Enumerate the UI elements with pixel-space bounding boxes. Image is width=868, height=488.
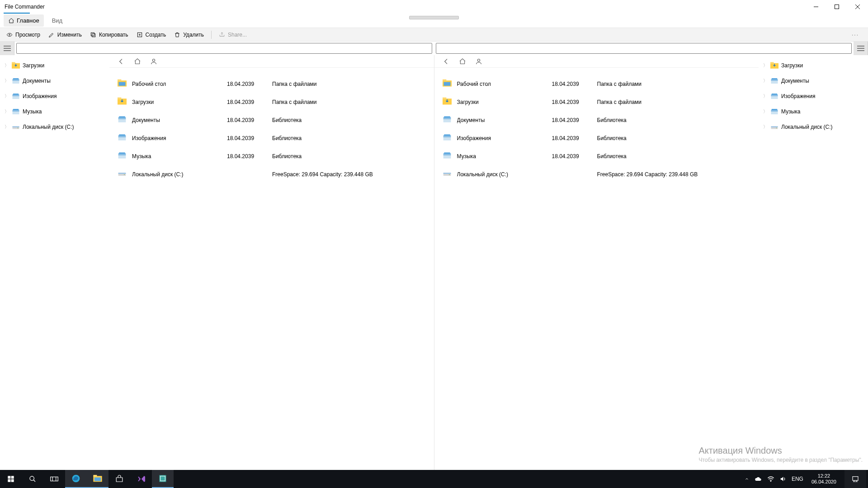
file-date: 18.04.2039 (552, 135, 597, 141)
home-icon[interactable] (133, 58, 142, 65)
share-button[interactable]: Share... (215, 30, 250, 40)
file-type: Папка с файлами (597, 99, 759, 105)
volume-icon[interactable] (780, 476, 786, 482)
file-name: Рабочий стол (457, 81, 552, 87)
chevron-right-icon: 〉 (5, 93, 9, 99)
file-name: Документы (132, 117, 227, 123)
tree-item-documents[interactable]: 〉Документы (759, 73, 868, 89)
taskview-icon[interactable] (43, 470, 65, 488)
tab-view[interactable]: Вид (47, 14, 67, 27)
file-date: 18.04.2039 (552, 81, 597, 87)
file-type: FreeSpace: 29.694 Capacity: 239.448 GB (272, 171, 434, 178)
splitter-grip[interactable] (409, 16, 459, 19)
svg-rect-35 (118, 98, 121, 99)
file-row[interactable]: Локальный диск (C:)FreeSpace: 29.694 Cap… (109, 165, 434, 183)
left-path-input[interactable] (16, 43, 432, 54)
tree-item-pictures[interactable]: 〉Изображения (759, 89, 868, 104)
file-icon (118, 169, 127, 179)
tree-item-downloads[interactable]: 〉Загрузки (0, 58, 109, 73)
start-button[interactable] (0, 470, 22, 488)
tree-item-music[interactable]: 〉Музыка (759, 104, 868, 119)
tree-item-localdisk[interactable]: 〉Локальный диск (C:) (0, 119, 109, 135)
app-icon[interactable] (152, 470, 174, 488)
tray-chevron-icon[interactable] (745, 477, 749, 481)
tab-main[interactable]: Главное (4, 14, 44, 27)
copy-button[interactable]: Копировать (86, 30, 132, 40)
taskbar-right: ENG 12:22 06.04.2020 (745, 470, 868, 488)
left-file-list[interactable]: Рабочий стол18.04.2039Папка с файламиЗаг… (109, 68, 434, 470)
svg-rect-83 (11, 479, 14, 482)
tree-item-music[interactable]: 〉Музыка (0, 104, 109, 119)
file-row[interactable]: Рабочий стол18.04.2039Папка с файлами (434, 75, 759, 93)
language-indicator[interactable]: ENG (792, 476, 803, 482)
right-pane: Рабочий стол18.04.2039Папка с файламиЗаг… (434, 55, 868, 470)
file-name: Локальный диск (C:) (132, 171, 227, 178)
close-button[interactable] (847, 0, 868, 14)
right-tree: 〉Загрузки〉Документы〉Изображения〉Музыка〉Л… (759, 55, 868, 470)
file-icon (118, 115, 127, 125)
tree-item-pictures[interactable]: 〉Изображения (0, 89, 109, 104)
svg-rect-96 (853, 477, 858, 481)
tree-item-documents[interactable]: 〉Документы (0, 73, 109, 89)
create-button[interactable]: Создать (133, 30, 170, 40)
file-type: Папка с файлами (272, 81, 434, 87)
tree-label: Загрузки (23, 62, 44, 69)
file-row[interactable]: Рабочий стол18.04.2039Папка с файлами (109, 75, 434, 93)
file-row[interactable]: Изображения18.04.2039Библиотека (109, 129, 434, 147)
action-center-icon[interactable] (844, 470, 866, 488)
tree-icon (12, 92, 20, 100)
tree-item-localdisk[interactable]: 〉Локальный диск (C:) (759, 119, 868, 135)
tree-item-downloads[interactable]: 〉Загрузки (759, 58, 868, 73)
svg-rect-92 (94, 478, 101, 481)
edit-button[interactable]: Изменить (45, 30, 85, 40)
file-row[interactable]: Музыка18.04.2039Библиотека (434, 147, 759, 165)
chevron-right-icon: 〉 (763, 62, 768, 69)
svg-rect-1 (835, 5, 839, 9)
watermark-title: Активация Windows (698, 446, 863, 456)
file-row[interactable]: Загрузки18.04.2039Папка с файлами (109, 93, 434, 111)
toolbar-overflow[interactable]: ··· (852, 32, 865, 38)
minimize-button[interactable] (806, 0, 826, 14)
chevron-right-icon: 〉 (5, 62, 9, 69)
svg-rect-32 (118, 80, 121, 81)
store-icon[interactable] (108, 470, 130, 488)
back-icon[interactable] (117, 58, 126, 65)
user-icon[interactable] (149, 58, 158, 65)
file-row[interactable]: Документы18.04.2039Библиотека (109, 111, 434, 129)
user-icon[interactable] (474, 58, 483, 65)
right-file-list[interactable]: Рабочий стол18.04.2039Папка с файламиЗаг… (434, 68, 759, 470)
svg-rect-46 (118, 173, 126, 174)
onedrive-icon[interactable] (755, 476, 762, 482)
maximize-button[interactable] (826, 0, 847, 14)
tree-label: Изображения (23, 93, 57, 99)
tab-view-label: Вид (52, 17, 63, 24)
file-row[interactable]: Локальный диск (C:)FreeSpace: 29.694 Cap… (434, 165, 759, 183)
file-row[interactable]: Изображения18.04.2039Библиотека (434, 129, 759, 147)
right-hamburger[interactable] (854, 42, 868, 55)
file-name: Загрузки (132, 99, 227, 105)
explorer-icon[interactable] (87, 470, 108, 488)
search-icon[interactable] (22, 470, 43, 488)
clock[interactable]: 12:22 06.04.2020 (809, 473, 839, 485)
visualstudio-icon[interactable] (130, 470, 152, 488)
tree-label: Музыка (23, 108, 42, 115)
wifi-icon[interactable] (767, 476, 774, 482)
edge-icon[interactable] (65, 470, 87, 488)
file-row[interactable]: Документы18.04.2039Библиотека (434, 111, 759, 129)
back-icon[interactable] (442, 58, 451, 65)
file-icon (443, 97, 453, 107)
file-icon (118, 133, 127, 143)
file-date: 18.04.2039 (227, 99, 272, 105)
svg-point-4 (9, 34, 10, 35)
view-button[interactable]: Просмотр (3, 30, 44, 40)
right-path-input[interactable] (436, 43, 852, 54)
left-tree: 〉Загрузки〉Документы〉Изображения〉Музыка〉Л… (0, 55, 109, 470)
left-hamburger[interactable] (0, 42, 14, 55)
file-row[interactable]: Музыка18.04.2039Библиотека (109, 147, 434, 165)
home-icon[interactable] (458, 58, 467, 65)
file-date: 18.04.2039 (552, 117, 597, 123)
svg-point-79 (776, 128, 777, 129)
delete-button[interactable]: Удалить (170, 30, 208, 40)
file-row[interactable]: Загрузки18.04.2039Папка с файлами (434, 93, 759, 111)
svg-rect-53 (443, 98, 446, 99)
